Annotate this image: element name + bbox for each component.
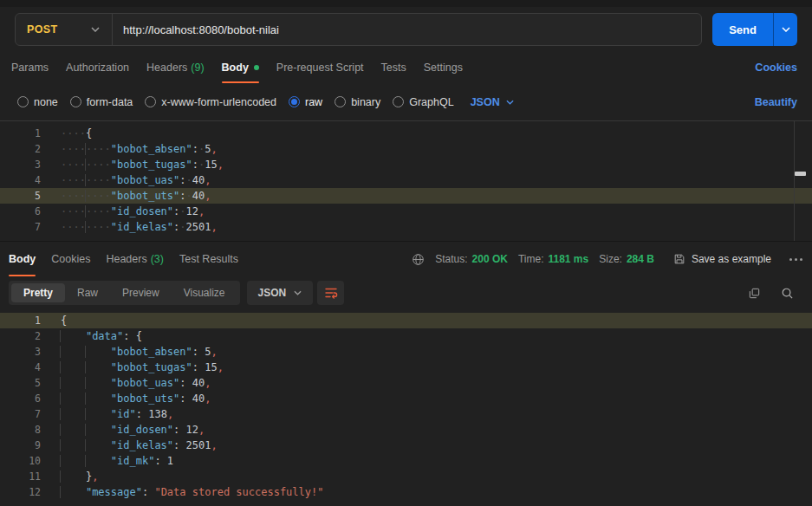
tab-settings[interactable]: Settings bbox=[424, 52, 463, 83]
code-line[interactable]: 4 "bobot_tugas": 15, bbox=[0, 360, 812, 375]
url-input[interactable]: http://localhost:8080/bobot-nilai bbox=[113, 23, 279, 36]
code-line[interactable]: 8 "id_dosen": 12, bbox=[0, 422, 812, 438]
response-tab-body[interactable]: Body bbox=[9, 242, 36, 276]
search-icon bbox=[781, 287, 794, 300]
more-options-button[interactable] bbox=[789, 257, 803, 262]
body-mode-graphql[interactable]: GraphQL bbox=[393, 96, 453, 108]
time-badge: Time:1181 ms bbox=[518, 253, 588, 265]
save-icon bbox=[673, 253, 685, 265]
response-language-dropdown[interactable]: JSON bbox=[247, 281, 314, 305]
radio-icon bbox=[17, 96, 29, 107]
code-line[interactable]: 2 "data": { bbox=[0, 328, 812, 344]
scrollbar-thumb[interactable] bbox=[795, 172, 806, 176]
code-text: ········"id_dosen":·12, bbox=[41, 204, 205, 219]
request-editor-lines: 1····{2········"bobot_absen":·5,3·······… bbox=[0, 126, 812, 235]
body-mode-raw[interactable]: raw bbox=[289, 96, 322, 108]
raw-language-dropdown[interactable]: JSON bbox=[471, 96, 514, 108]
code-text: "data": { bbox=[41, 328, 142, 344]
line-number: 6 bbox=[0, 391, 41, 406]
word-wrap-button[interactable] bbox=[317, 281, 344, 305]
size-badge: Size:284 B bbox=[599, 253, 654, 265]
send-button[interactable]: Send bbox=[712, 13, 773, 46]
code-text: { bbox=[41, 313, 67, 328]
code-line[interactable]: 5 "bobot_uas": 40, bbox=[0, 375, 812, 391]
response-meta: Status:200 OK Time:1181 ms Size:284 B Sa… bbox=[412, 242, 803, 276]
line-number: 4 bbox=[0, 172, 41, 188]
chevron-down-icon bbox=[294, 290, 302, 295]
code-line[interactable]: 4········"bobot_uas":·40, bbox=[0, 172, 812, 188]
body-mode-form-data[interactable]: form-data bbox=[70, 96, 133, 108]
code-line[interactable]: 1····{ bbox=[0, 126, 812, 141]
line-number: 6 bbox=[0, 204, 41, 219]
code-line[interactable]: 6 "bobot_uts": 40, bbox=[0, 391, 812, 406]
code-line[interactable]: 2········"bobot_absen":·5, bbox=[0, 141, 812, 157]
tab-authorization[interactable]: Authorization bbox=[66, 52, 129, 83]
radio-icon bbox=[145, 96, 156, 107]
response-tab-headers[interactable]: Headers(3) bbox=[106, 242, 164, 276]
line-number: 2 bbox=[0, 328, 41, 344]
code-line[interactable]: 3 "bobot_absen": 5, bbox=[0, 344, 812, 360]
body-content-dot bbox=[254, 65, 259, 70]
view-preview[interactable]: Preview bbox=[110, 283, 172, 302]
line-number: 5 bbox=[0, 188, 41, 204]
code-text: "bobot_uts": 40, bbox=[41, 391, 211, 406]
tab-headers[interactable]: Headers(9) bbox=[146, 52, 205, 83]
body-mode-row: none form-data x-www-form-urlencoded raw… bbox=[0, 83, 812, 120]
search-button[interactable] bbox=[781, 287, 794, 300]
beautify-link[interactable]: Beautify bbox=[755, 96, 797, 108]
code-text: }, bbox=[41, 469, 98, 484]
tab-body[interactable]: Body bbox=[222, 52, 259, 83]
line-number: 3 bbox=[0, 344, 41, 360]
code-line[interactable]: 7········"id_kelas":·2501, bbox=[0, 219, 812, 235]
code-line[interactable]: 7 "id": 138, bbox=[0, 406, 812, 422]
response-tab-test-results[interactable]: Test Results bbox=[179, 242, 238, 276]
body-mode-binary[interactable]: binary bbox=[335, 96, 380, 108]
method-selector[interactable]: POST bbox=[16, 23, 112, 36]
code-text: "bobot_absen": 5, bbox=[41, 344, 218, 360]
code-line[interactable]: 1{ bbox=[0, 313, 812, 328]
code-line[interactable]: 3········"bobot_tugas":·15, bbox=[0, 157, 812, 172]
line-number: 8 bbox=[0, 422, 41, 438]
line-number: 4 bbox=[0, 360, 41, 375]
code-text: "id_kelas": 2501, bbox=[41, 438, 218, 453]
request-url-row: POST http://localhost:8080/bobot-nilai S… bbox=[0, 7, 812, 52]
code-text: ········"bobot_uts":·40, bbox=[41, 188, 211, 204]
view-raw[interactable]: Raw bbox=[65, 283, 110, 302]
send-button-group: Send bbox=[712, 13, 797, 46]
response-tab-cookies[interactable]: Cookies bbox=[51, 242, 90, 276]
body-mode-none[interactable]: none bbox=[17, 96, 58, 108]
word-wrap-icon bbox=[324, 286, 338, 300]
url-field: POST http://localhost:8080/bobot-nilai bbox=[15, 13, 702, 46]
copy-button[interactable] bbox=[748, 287, 761, 300]
body-mode-x-www-form-urlencoded[interactable]: x-www-form-urlencoded bbox=[145, 96, 276, 108]
send-options-button[interactable] bbox=[773, 13, 797, 46]
code-line[interactable]: 6········"id_dosen":·12, bbox=[0, 204, 812, 219]
network-globe-icon[interactable] bbox=[412, 253, 425, 266]
line-number: 10 bbox=[0, 453, 41, 469]
chevron-down-icon bbox=[782, 27, 790, 32]
response-headers-count-badge: (3) bbox=[151, 253, 164, 265]
code-line[interactable]: 12 "message": "Data stored successfully!… bbox=[0, 484, 812, 500]
view-visualize[interactable]: Visualize bbox=[172, 283, 237, 302]
code-line[interactable]: 9 "id_kelas": 2501, bbox=[0, 438, 812, 453]
request-body-editor[interactable]: 1····{2········"bobot_absen":·5,3·······… bbox=[0, 120, 812, 241]
cookies-link[interactable]: Cookies bbox=[755, 62, 797, 74]
request-tabs: Params Authorization Headers(9) Body Pre… bbox=[0, 52, 812, 83]
tab-tests[interactable]: Tests bbox=[381, 52, 406, 83]
code-text: ········"bobot_absen":·5, bbox=[41, 141, 218, 157]
line-number: 2 bbox=[0, 141, 41, 157]
line-number: 1 bbox=[0, 313, 41, 328]
code-line[interactable]: 10 "id_mk": 1 bbox=[0, 453, 812, 469]
response-editor-lines: 1{2 "data": {3 "bobot_absen": 5,4 "bobot… bbox=[0, 313, 812, 500]
code-line[interactable]: 5········"bobot_uts":·40, bbox=[0, 188, 812, 204]
response-body-viewer[interactable]: 1{2 "data": {3 "bobot_absen": 5,4 "bobot… bbox=[0, 309, 812, 506]
tab-params[interactable]: Params bbox=[11, 52, 49, 83]
code-line[interactable]: 11 }, bbox=[0, 469, 812, 484]
code-text: "id_dosen": 12, bbox=[41, 422, 205, 438]
radio-selected-icon bbox=[289, 96, 300, 107]
save-as-example-button[interactable]: Save as example bbox=[673, 253, 771, 265]
view-pretty[interactable]: Pretty bbox=[11, 283, 65, 302]
code-text: "id_mk": 1 bbox=[41, 453, 173, 469]
tab-pre-request-script[interactable]: Pre-request Script bbox=[276, 52, 364, 83]
code-text: "id": 138, bbox=[41, 406, 173, 422]
